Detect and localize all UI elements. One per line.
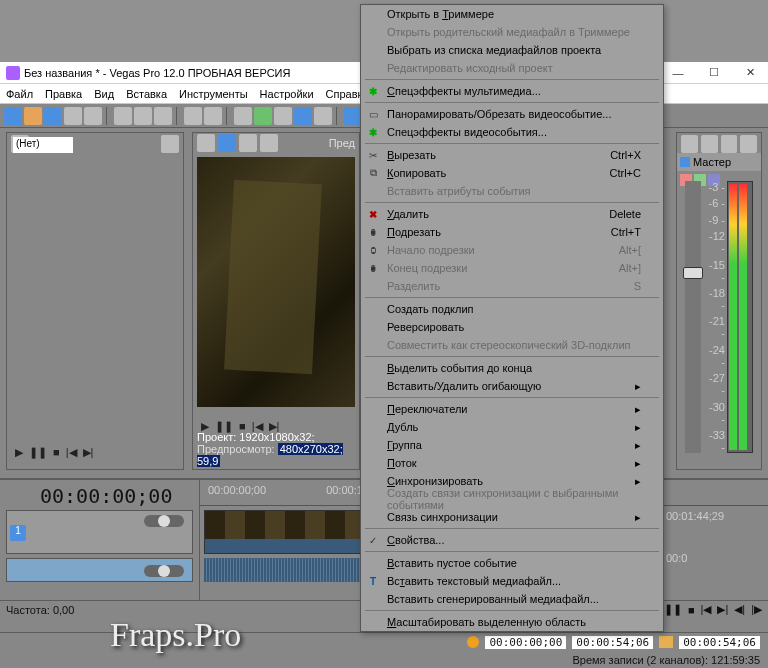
new-icon[interactable] [4,107,22,125]
menu-item-label: Масштабировать выделенную область [387,616,586,628]
preview-split-icon[interactable] [239,134,257,152]
menu-item[interactable]: Группа▸ [361,436,663,454]
menu-item-label: Переключатели [387,403,467,415]
go-start-icon[interactable]: |◀ [701,603,712,616]
menu-item[interactable]: Выбрать из списка медиафайлов проекта [361,41,663,59]
props-icon[interactable] [84,107,102,125]
menu-item[interactable]: Вставить пустое событие [361,554,663,572]
autosave-icon[interactable] [314,107,332,125]
menu-item[interactable]: Связь синхронизации▸ [361,508,663,526]
open-icon[interactable] [24,107,42,125]
menu-item[interactable]: TВставить текстовый медиафайл... [361,572,663,590]
cut-icon[interactable] [114,107,132,125]
pause-icon[interactable]: ❚❚ [664,603,682,616]
slider-thumb[interactable] [683,267,703,279]
minimize-button[interactable]: — [660,62,696,84]
menu-item[interactable]: Реверсировать [361,318,663,336]
copy-icon: ⧉ [366,166,380,180]
level-meter [727,181,753,453]
preview-settings-icon[interactable] [260,134,278,152]
track-audio-header[interactable] [6,558,193,582]
menu-item-shortcut: Alt+] [619,262,641,274]
left-transport: ▶ ❚❚ ■ |◀ ▶| [15,446,93,459]
track-video-header[interactable]: 1 [6,510,193,554]
snap-icon[interactable] [234,107,252,125]
menu-item-label: Вырезать [387,149,436,161]
next-icon[interactable]: ▶| [83,446,94,459]
mixer-insert-bus-icon[interactable] [681,135,698,153]
text-blue-icon: T [366,574,380,588]
menu-item[interactable]: Масштабировать выделенную область [361,613,663,631]
go-end-icon[interactable]: ▶| [717,603,728,616]
copy-icon[interactable] [134,107,152,125]
menu-file[interactable]: Файл [6,88,33,100]
menu-item-label: Вставить/Удалить огибающую [387,380,541,392]
preview-quality-icon[interactable] [197,134,215,152]
close-button[interactable]: ✕ [732,62,768,84]
status-tc3[interactable]: 00:00:54;06 [679,636,760,649]
paste-icon[interactable] [154,107,172,125]
play-icon[interactable]: ▶ [15,446,23,459]
prev-frame-icon[interactable]: ◀| [734,603,745,616]
mixer-panel: Мастер -3 --6 --9 --12 --15 --18 --21 --… [676,132,762,470]
left-select[interactable]: (Нет) [13,137,73,153]
menu-item[interactable]: ⧯ПодрезатьCtrl+T [361,223,663,241]
main-timecode: 00:00:00;00 [40,484,172,508]
maximize-button[interactable]: ☐ [696,62,732,84]
mixer-prop-icon[interactable] [721,135,738,153]
menu-item[interactable]: Поток▸ [361,454,663,472]
save-icon[interactable] [44,107,62,125]
menu-item-shortcut: Ctrl+X [610,149,641,161]
menu-view[interactable]: Вид [94,88,114,100]
menu-item-label: Поток [387,457,417,469]
menu-item-label: Выделить события до конца [387,362,532,374]
track-pan-slider[interactable] [144,565,184,577]
next-frame-icon[interactable]: |▶ [751,603,762,616]
video-clip[interactable] [204,510,374,554]
preview-video [197,157,355,407]
undo-icon[interactable] [184,107,202,125]
stop-icon[interactable]: ■ [688,604,695,616]
render-icon[interactable] [64,107,82,125]
status-folder-icon[interactable] [659,636,673,648]
audio-clip[interactable] [204,558,374,582]
menu-item[interactable]: ✱Спецэффекты видеособытия... [361,123,663,141]
menu-item[interactable]: Вставить/Удалить огибающую▸ [361,377,663,395]
menu-item[interactable]: Переключатели▸ [361,400,663,418]
submenu-arrow-icon: ▸ [635,403,641,416]
menu-item[interactable]: Вставить сгенерированный медиафайл... [361,590,663,608]
menu-item[interactable]: ✖УдалитьDelete [361,205,663,223]
pause-icon[interactable]: ❚❚ [29,446,47,459]
menu-item[interactable]: ✱Спецэффекты мультимедиа... [361,82,663,100]
meter-scale: -3 --6 --9 --12 --15 --18 --21 --24 --27… [705,181,725,453]
crossfade-icon[interactable] [294,107,312,125]
preview-window-icon[interactable] [218,134,236,152]
menu-item[interactable]: Открыть в Триммере [361,5,663,23]
track-header-column: 00:00:00;00 1 [0,480,200,600]
menu-item[interactable]: ✓Свойства... [361,531,663,549]
mixer-insert-fx-icon[interactable] [701,135,718,153]
prev-icon[interactable]: |◀ [66,446,77,459]
left-panel-toolbar: (Нет) [7,133,183,153]
menu-edit[interactable]: Правка [45,88,82,100]
menu-item[interactable]: Выделить события до конца [361,359,663,377]
redo-icon[interactable] [204,107,222,125]
menu-tools[interactable]: Инструменты [179,88,248,100]
menu-item[interactable]: ⧉КопироватьCtrl+C [361,164,663,182]
master-label: Мастер [693,156,731,168]
menu-item[interactable]: ✂ВырезатьCtrl+X [361,146,663,164]
track-level-slider[interactable] [144,515,184,527]
left-tool-2-icon[interactable] [161,135,179,153]
menu-item[interactable]: Создать подклип [361,300,663,318]
menu-insert[interactable]: Вставка [126,88,167,100]
status-tc2[interactable]: 00:00:54;06 [572,636,653,649]
status-tc1[interactable]: 00:00:00;00 [485,636,566,649]
mixer-dim-icon[interactable] [740,135,757,153]
menu-item[interactable]: ▭Панорамировать/Обрезать видеособытие... [361,105,663,123]
menu-options[interactable]: Настройки [260,88,314,100]
stop-icon[interactable]: ■ [53,446,60,459]
volume-slider[interactable] [685,181,701,453]
menu-item[interactable]: Дубль▸ [361,418,663,436]
autoripple-icon[interactable] [254,107,272,125]
lock-icon[interactable] [274,107,292,125]
